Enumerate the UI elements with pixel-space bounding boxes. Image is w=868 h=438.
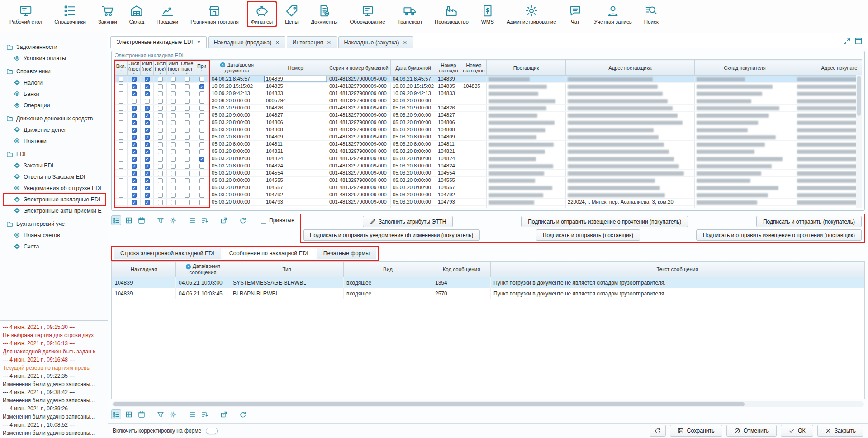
filter-button[interactable] <box>156 215 166 225</box>
row-checkbox[interactable] <box>171 135 176 140</box>
grid-column-header[interactable]: Номер накладно <box>461 60 487 76</box>
row-checkbox[interactable] <box>158 207 163 208</box>
gear-button[interactable] <box>168 409 178 419</box>
grid-row[interactable]: 05.03.20 0:00:00104792001-4813297900009-… <box>115 191 863 199</box>
grid-row[interactable]: 05.03.20 0:00:00104554001-4813297900009-… <box>115 170 863 177</box>
row-checkbox[interactable] <box>119 99 123 104</box>
row-checkbox[interactable] <box>158 200 163 205</box>
cancel-button[interactable]: Отменить <box>726 425 777 437</box>
row-checkbox[interactable] <box>119 193 123 198</box>
toolbar-item-16[interactable]: Поиск <box>641 2 662 26</box>
row-checkbox[interactable] <box>145 164 150 169</box>
grid-row[interactable]: 04.06.21 8:45:57104839001-4813297900009-… <box>115 76 863 83</box>
open-external-button[interactable] <box>219 215 229 225</box>
row-checkbox[interactable] <box>199 106 204 111</box>
row-checkbox[interactable] <box>145 106 150 111</box>
row-checkbox[interactable] <box>145 157 150 162</box>
row-checkbox[interactable] <box>145 171 150 176</box>
toolbar-item-6[interactable]: Финансы <box>248 2 276 26</box>
ok-button[interactable]: ОК <box>781 425 813 437</box>
detail-tab-2[interactable]: Печатные формы <box>317 248 377 259</box>
toolbar-item-5[interactable]: Розничная торговля <box>187 2 242 26</box>
tab-close-icon[interactable]: × <box>327 40 331 45</box>
row-checkbox[interactable] <box>145 120 150 125</box>
sidebar-item-8[interactable]: Платежи <box>4 135 106 147</box>
row-checkbox[interactable] <box>132 178 137 183</box>
grid-column-header[interactable]: Номер <box>264 60 327 76</box>
row-checkbox[interactable] <box>145 99 150 104</box>
row-checkbox[interactable] <box>145 200 150 205</box>
row-checkbox[interactable] <box>158 186 163 190</box>
main-tab-0[interactable]: Электронные накладные EDI× <box>110 36 207 48</box>
row-checkbox[interactable] <box>132 84 137 89</box>
grid-column-header[interactable]: Номер накладн <box>436 60 461 76</box>
action-button[interactable]: Подписать и отправить извещение о прочте… <box>521 216 688 227</box>
row-checkbox[interactable] <box>199 178 204 183</box>
row-checkbox[interactable] <box>185 128 190 133</box>
action-button[interactable]: Подписать и отправить извещение о прочте… <box>696 229 862 241</box>
toolbar-item-15[interactable]: Учётная запись <box>591 2 635 26</box>
row-checkbox[interactable] <box>199 157 204 162</box>
row-checkbox[interactable] <box>185 149 190 154</box>
row-checkbox[interactable] <box>171 91 176 96</box>
row-checkbox[interactable] <box>132 142 137 147</box>
grid-row[interactable]: 05.03.20 9:00:00104827001-4813297900009-… <box>115 112 863 119</box>
grid-column-header[interactable]: Склад покупателя <box>695 60 795 76</box>
toolbar-item-0[interactable]: Рабочий стол <box>6 2 45 26</box>
grid-column-header[interactable]: Поставщик <box>487 60 566 76</box>
messages-column-header[interactable]: Код сообщения <box>432 262 491 277</box>
row-checkbox[interactable] <box>119 164 123 169</box>
sidebar-item-13[interactable]: Электронные накладные EDI <box>4 194 105 205</box>
grid-column-header[interactable]: Имп (пост <box>167 60 180 76</box>
sidebar-item-12[interactable]: Уведомления об отгрузке EDI <box>4 182 106 194</box>
fullscreen-icon[interactable] <box>854 37 863 45</box>
sidebar-item-15[interactable]: Бухгалтерский учет <box>4 218 106 229</box>
row-checkbox[interactable] <box>119 91 123 96</box>
row-checkbox[interactable] <box>199 149 204 154</box>
row-checkbox[interactable] <box>185 120 190 125</box>
row-checkbox[interactable] <box>171 149 176 154</box>
grid-column-header[interactable]: Эксп (пок) <box>154 60 167 76</box>
row-checkbox[interactable] <box>145 142 150 147</box>
row-checkbox[interactable] <box>199 91 204 96</box>
row-checkbox[interactable] <box>171 186 176 190</box>
list-view-button[interactable] <box>111 409 121 419</box>
sidebar-item-7[interactable]: Движение денег <box>4 124 106 135</box>
sidebar-item-5[interactable]: Операции <box>4 100 106 111</box>
row-checkbox[interactable] <box>132 149 137 154</box>
row-checkbox[interactable] <box>171 99 176 104</box>
grid-view-button[interactable] <box>124 215 134 225</box>
rows-button[interactable] <box>187 215 197 225</box>
toolbar-item-8[interactable]: Документы <box>308 2 341 26</box>
row-checkbox[interactable] <box>119 149 123 154</box>
tab-close-icon[interactable]: × <box>197 40 200 44</box>
sidebar-item-17[interactable]: Счета <box>4 241 106 252</box>
row-checkbox[interactable] <box>171 77 176 82</box>
row-checkbox[interactable] <box>185 135 190 140</box>
grid-row[interactable]: 30.06.20 0:00:000005794001-4813297900009… <box>115 97 863 105</box>
sidebar-item-11[interactable]: Ответы по Заказам EDI <box>4 171 106 182</box>
list-view-button[interactable] <box>111 215 121 225</box>
toolbar-item-12[interactable]: WMS <box>478 2 498 26</box>
row-checkbox[interactable] <box>171 120 176 125</box>
row-checkbox[interactable] <box>171 84 176 89</box>
row-checkbox[interactable] <box>199 186 204 190</box>
row-checkbox[interactable] <box>185 84 190 89</box>
row-checkbox[interactable] <box>119 113 123 118</box>
row-checkbox[interactable] <box>185 207 190 208</box>
row-checkbox[interactable] <box>185 113 190 118</box>
row-checkbox[interactable] <box>199 142 204 147</box>
detail-tab-1[interactable]: Сообщение по накладной EDI <box>223 248 315 259</box>
row-checkbox[interactable] <box>199 128 204 133</box>
grid-column-header[interactable]: При <box>194 60 210 76</box>
messages-column-header[interactable]: Вид <box>344 262 432 277</box>
row-checkbox[interactable] <box>132 77 137 82</box>
toolbar-item-11[interactable]: Производство <box>432 2 472 26</box>
row-checkbox[interactable] <box>132 99 137 104</box>
correction-toggle[interactable] <box>206 428 218 434</box>
row-checkbox[interactable] <box>171 106 176 111</box>
row-checkbox[interactable] <box>145 178 150 183</box>
messages-row[interactable]: 10483904.06.21 10:03:45BLRAPN-BLRWBLвход… <box>112 288 864 299</box>
action-button[interactable]: Заполнить атрибуты ЭТТН <box>363 216 453 227</box>
row-checkbox[interactable] <box>119 142 123 147</box>
